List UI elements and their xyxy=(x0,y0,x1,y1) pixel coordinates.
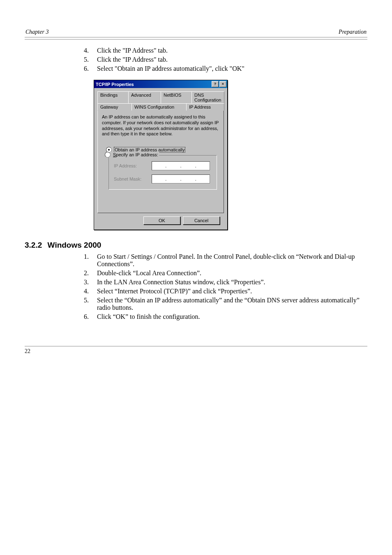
steps-list-a: Click the "IP Address" tab. Click the "I… xyxy=(41,47,367,72)
specify-ip-fieldset: Specify an IP address: IP Address: . . . xyxy=(108,155,217,190)
step-item: Click “OK” to finish the configuration. xyxy=(90,313,367,320)
tcpip-properties-dialog: TCP/IP Properties ? × Bindings Advanced … xyxy=(94,80,228,230)
tab-pane-ip-address: An IP address can be automatically assig… xyxy=(97,110,224,213)
tab-netbios[interactable]: NetBIOS xyxy=(161,91,192,103)
radio-label: Specify an IP address: xyxy=(113,152,158,157)
tab-gateway[interactable]: Gateway xyxy=(97,103,132,111)
radio-icon xyxy=(105,152,111,158)
ip-address-input[interactable]: . . . xyxy=(152,161,210,170)
step-item: In the LAN Area Connection Status window… xyxy=(90,279,367,286)
step-item: Select “Internet Protocol (TCP/IP)” and … xyxy=(90,288,367,295)
label-subnet-mask: Subnet Mask: xyxy=(114,176,148,181)
radio-specify-ip[interactable]: Specify an IP address: xyxy=(105,152,158,158)
tab-dns-configuration[interactable]: DNS Configuration xyxy=(191,91,224,103)
dialog-titlebar: TCP/IP Properties ? × xyxy=(94,80,227,88)
tab-advanced[interactable]: Advanced xyxy=(128,91,161,103)
header-left: Chapter 3 xyxy=(25,29,48,35)
page-footer: 22 xyxy=(0,344,392,367)
tab-bindings[interactable]: Bindings xyxy=(97,91,129,103)
label-ip-address: IP Address: xyxy=(114,163,148,168)
cancel-button[interactable]: Cancel xyxy=(183,216,220,225)
tab-ip-address[interactable]: IP Address xyxy=(186,103,224,111)
subnet-mask-input[interactable]: . . . xyxy=(152,174,210,183)
step-item: Select the “Obtain an IP address automat… xyxy=(90,297,367,311)
footer-page-number: 22 xyxy=(25,348,30,355)
help-icon[interactable]: ? xyxy=(212,81,219,87)
step-item: Click the "IP Address" tab. xyxy=(90,56,367,63)
tab-wins-configuration[interactable]: WINS Configuration xyxy=(131,103,187,111)
steps-list-b: Go to Start / Settings / Control Panel. … xyxy=(41,253,367,320)
page-header: Chapter 3 Preparation xyxy=(25,25,367,37)
section-number: 3.2.2 xyxy=(25,241,42,249)
header-right: Preparation xyxy=(339,29,367,35)
step-item: Select "Obtain an IP address automatical… xyxy=(90,65,367,72)
step-item: Click the "IP Address" tab. xyxy=(90,47,367,54)
step-item: Go to Start / Settings / Control Panel. … xyxy=(90,253,367,268)
header-rule xyxy=(25,39,367,39)
ok-button[interactable]: OK xyxy=(143,216,180,225)
close-icon[interactable]: × xyxy=(219,81,226,87)
section-title: Windows 2000 xyxy=(48,241,101,249)
tab-strip: Bindings Advanced NetBIOS DNS Configurat… xyxy=(97,91,224,110)
section-heading: 3.2.2 Windows 2000 xyxy=(25,241,367,250)
explain-text: An IP address can be automatically assig… xyxy=(102,114,219,137)
dialog-title: TCP/IP Properties xyxy=(96,82,134,87)
step-item: Double-click “Local Area Connection”. xyxy=(90,269,367,277)
dialog-screenshot: TCP/IP Properties ? × Bindings Advanced … xyxy=(94,80,367,230)
